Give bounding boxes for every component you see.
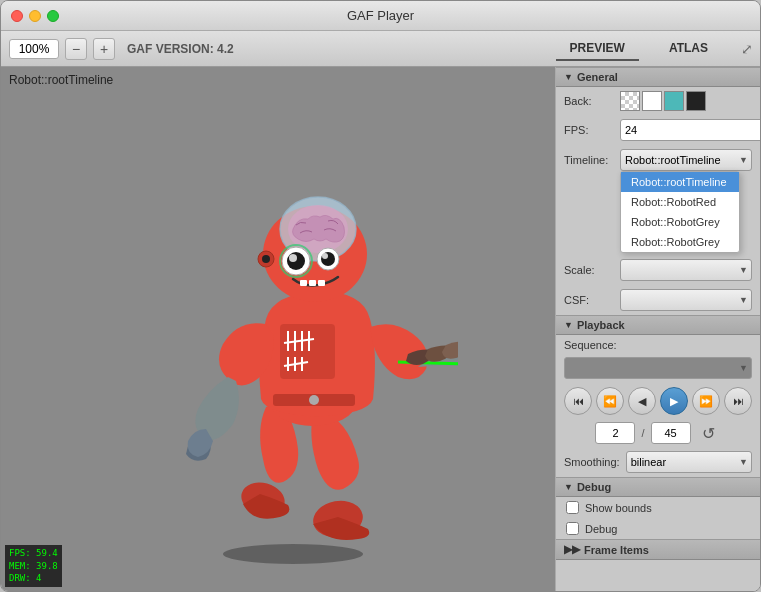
zoom-out-button[interactable]: − xyxy=(65,38,87,60)
scale-row: Scale: ▼ xyxy=(556,255,760,285)
current-frame-input[interactable] xyxy=(595,422,635,444)
scale-label: Scale: xyxy=(564,264,614,276)
canvas-area: Robot::rootTimeline xyxy=(1,67,555,591)
smoothing-select[interactable]: bilinear nearest xyxy=(626,451,752,473)
show-bounds-label[interactable]: Show bounds xyxy=(585,502,652,514)
maximize-button[interactable] xyxy=(47,10,59,22)
fps-label: FPS: xyxy=(564,124,614,136)
back-row: Back: xyxy=(556,87,760,115)
total-frames-input[interactable] xyxy=(651,422,691,444)
fps-row: FPS: ▲ ▼ xyxy=(556,115,760,145)
timeline-select[interactable]: Robot::rootTimeline Robot::RobotRed Robo… xyxy=(620,149,752,171)
sequence-dropdown-row: ▼ xyxy=(556,355,760,383)
swatch-checker[interactable] xyxy=(620,91,640,111)
general-arrow-icon: ▼ xyxy=(564,72,573,82)
sequence-label: Sequence: xyxy=(564,339,617,351)
playback-title: Playback xyxy=(577,319,625,331)
smoothing-label: Smoothing: xyxy=(564,456,620,468)
replay-button[interactable]: ↺ xyxy=(697,421,721,445)
svg-point-20 xyxy=(287,252,305,270)
sequence-select[interactable] xyxy=(564,357,752,379)
drw-stat: DRW: 4 xyxy=(9,572,58,585)
show-bounds-checkbox[interactable] xyxy=(566,501,579,514)
toolbar: 100% − + GAF VERSION: 4.2 PREVIEW ATLAS … xyxy=(1,31,760,67)
general-title: General xyxy=(577,71,618,83)
debug-check-row: Debug xyxy=(556,518,760,539)
frame-separator: / xyxy=(641,427,644,439)
swatch-black[interactable] xyxy=(686,91,706,111)
robot-container xyxy=(21,87,555,591)
expand-icon[interactable]: ⤢ xyxy=(741,41,753,57)
canvas-label: Robot::rootTimeline xyxy=(9,73,113,87)
back-swatches xyxy=(620,91,706,111)
csf-select-wrapper: ▼ xyxy=(620,289,752,311)
show-bounds-row: Show bounds xyxy=(556,497,760,518)
csf-row: CSF: ▼ xyxy=(556,285,760,315)
frame-items-header[interactable]: ▶▶ Frame Items xyxy=(556,539,760,560)
svg-point-24 xyxy=(322,253,328,259)
svg-point-30 xyxy=(262,255,270,263)
app-window: GAF Player 100% − + GAF VERSION: 4.2 PRE… xyxy=(0,0,761,592)
traffic-lights xyxy=(11,10,59,22)
version-label: GAF VERSION: 4.2 xyxy=(127,42,234,56)
dropdown-item-grey1[interactable]: Robot::RobotGrey xyxy=(621,212,739,232)
svg-rect-27 xyxy=(309,280,316,286)
titlebar: GAF Player xyxy=(1,1,760,31)
playback-section-header[interactable]: ▼ Playback xyxy=(556,315,760,335)
swatch-teal[interactable] xyxy=(664,91,684,111)
zoom-display[interactable]: 100% xyxy=(9,39,59,59)
mem-stat: MEM: 39.8 xyxy=(9,560,58,573)
sequence-select-wrapper: ▼ xyxy=(564,357,752,379)
dropdown-item-red[interactable]: Robot::RobotRed xyxy=(621,192,739,212)
right-panel: ▼ General Back: FPS: ▲ ▼ xyxy=(555,67,760,591)
smoothing-row: Smoothing: bilinear nearest ▼ xyxy=(556,447,760,477)
frame-counter-row: / ↺ xyxy=(556,419,760,447)
stats-overlay: FPS: 59.4 MEM: 39.8 DRW: 4 xyxy=(5,545,62,587)
window-title: GAF Player xyxy=(347,8,414,23)
debug-title: Debug xyxy=(577,481,611,493)
debug-section-header[interactable]: ▼ Debug xyxy=(556,477,760,497)
play-back-button[interactable]: ◀ xyxy=(628,387,656,415)
frame-items-title: Frame Items xyxy=(584,544,649,556)
close-button[interactable] xyxy=(11,10,23,22)
preview-tab[interactable]: PREVIEW xyxy=(556,37,639,61)
swatch-white[interactable] xyxy=(642,91,662,111)
zoom-in-button[interactable]: + xyxy=(93,38,115,60)
timeline-label: Timeline: xyxy=(564,154,614,166)
back-label: Back: xyxy=(564,95,614,107)
scale-select[interactable] xyxy=(620,259,752,281)
minimize-button[interactable] xyxy=(29,10,41,22)
svg-point-21 xyxy=(289,254,297,262)
frame-items-arrow-icon: ▶▶ xyxy=(564,543,580,556)
playback-controls: ⏮ ⏪ ◀ ▶ ⏩ ⏭ xyxy=(556,383,760,419)
atlas-tab[interactable]: ATLAS xyxy=(655,37,722,61)
skip-to-start-button[interactable]: ⏮ xyxy=(564,387,592,415)
svg-point-32 xyxy=(309,395,319,405)
svg-rect-26 xyxy=(300,280,307,286)
timeline-select-wrapper: Robot::rootTimeline Robot::RobotRed Robo… xyxy=(620,149,752,171)
skip-to-end-button[interactable]: ⏭ xyxy=(724,387,752,415)
debug-checkbox[interactable] xyxy=(566,522,579,535)
general-section-header[interactable]: ▼ General xyxy=(556,67,760,87)
svg-point-0 xyxy=(223,544,363,564)
timeline-row: Timeline: Robot::rootTimeline Robot::Rob… xyxy=(556,145,760,175)
play-button[interactable]: ▶ xyxy=(660,387,688,415)
robot-svg xyxy=(118,99,458,579)
svg-rect-28 xyxy=(318,280,325,286)
fps-stat: FPS: 59.4 xyxy=(9,547,58,560)
debug-label[interactable]: Debug xyxy=(585,523,617,535)
csf-select[interactable] xyxy=(620,289,752,311)
step-forward-button[interactable]: ⏩ xyxy=(692,387,720,415)
step-back-button[interactable]: ⏪ xyxy=(596,387,624,415)
fps-input[interactable] xyxy=(620,119,760,141)
sequence-row: Sequence: xyxy=(556,335,760,355)
debug-arrow-icon: ▼ xyxy=(564,482,573,492)
smoothing-select-wrapper: bilinear nearest ▼ xyxy=(626,451,752,473)
timeline-dropdown-popup[interactable]: Robot::rootTimeline Robot::RobotRed Robo… xyxy=(620,171,740,253)
playback-arrow-icon: ▼ xyxy=(564,320,573,330)
csf-label: CSF: xyxy=(564,294,614,306)
scale-select-wrapper: ▼ xyxy=(620,259,752,281)
dropdown-item-grey2[interactable]: Robot::RobotGrey xyxy=(621,232,739,252)
dropdown-item-root[interactable]: Robot::rootTimeline xyxy=(621,172,739,192)
main-content: Robot::rootTimeline xyxy=(1,67,760,591)
